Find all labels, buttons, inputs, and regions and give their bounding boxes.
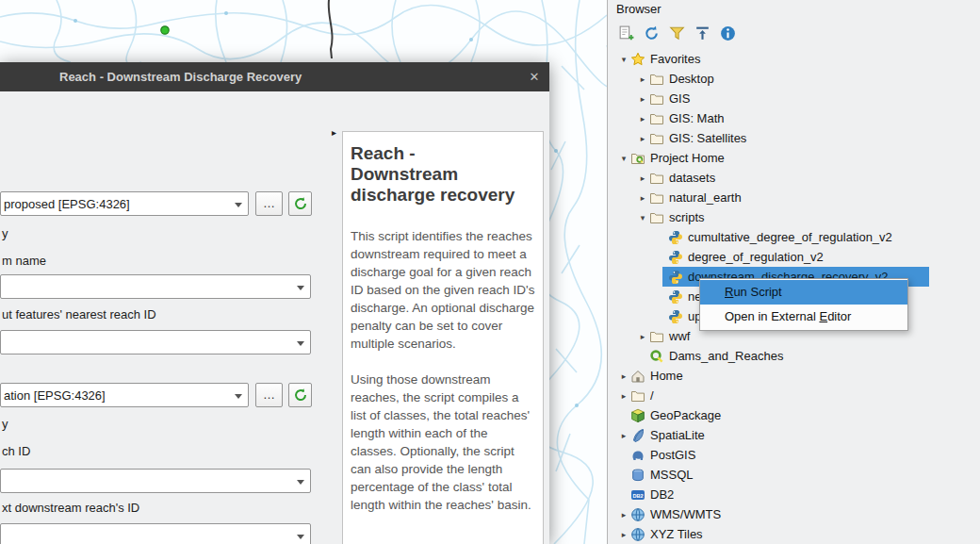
close-icon[interactable]: ✕ [527, 70, 542, 84]
tree-item-label: cumultative_degree_of_regulation_v2 [688, 230, 898, 244]
expander-closed-icon[interactable]: ▸ [636, 332, 649, 341]
tree-item-spatialite[interactable]: ▸SpatiaLite [608, 425, 980, 445]
folder-icon [649, 210, 664, 225]
processing-dialog: Reach - Downstream Discharge Recovery ✕ … [0, 62, 549, 544]
reach-id-combobox[interactable] [0, 469, 311, 493]
expander-closed-icon[interactable]: ▸ [636, 114, 649, 124]
tree-item-body: Favorites [630, 49, 706, 69]
column-name-combobox[interactable] [0, 274, 311, 299]
tree-item-geopackage[interactable]: GeoPackage [608, 405, 980, 425]
tree-item-label: DB2 [650, 487, 679, 502]
expander-closed-icon[interactable]: ▸ [617, 371, 630, 381]
dialog-titlebar[interactable]: Reach - Downstream Discharge Recovery ✕ [0, 62, 549, 91]
tree-item-degree-of-regulation-v2[interactable]: degree_of_regulation_v2 [608, 247, 980, 267]
iterate-button-2[interactable] [288, 383, 312, 407]
field-label-fragment: y [2, 226, 8, 240]
expander-closed-icon[interactable]: ▸ [617, 510, 630, 519]
tree-item-xyz-tiles[interactable]: ▸XYZ Tiles [608, 524, 980, 544]
filter-browser-icon[interactable] [668, 25, 686, 42]
globe-icon [630, 507, 645, 522]
tree-item-gis-math[interactable]: ▸GIS: Math [608, 108, 980, 128]
tree-item-postgis[interactable]: PostGIS [608, 445, 980, 465]
home-icon [630, 369, 645, 384]
tree-item-mssql[interactable]: MSSQL [608, 465, 980, 485]
panel-collapse-arrow[interactable]: ▸ [332, 127, 336, 138]
nearest-reach-label: ut features' nearest reach ID [2, 307, 156, 321]
tree-item-cumultative-degree-of-regulation-v2[interactable]: cumultative_degree_of_regulation_v2 [608, 227, 980, 247]
tree-item-datasets[interactable]: ▸datasets [608, 168, 980, 188]
tree-item-label: degree_of_regulation_v2 [688, 250, 829, 264]
tree-item-body: cumultative_degree_of_regulation_v2 [668, 227, 898, 247]
folder-icon [649, 111, 664, 126]
expander-open-icon[interactable]: ▾ [617, 55, 630, 64]
expander-closed-icon[interactable]: ▸ [617, 530, 630, 539]
iterate-icon [293, 196, 308, 211]
expander-closed-icon[interactable]: ▸ [636, 94, 649, 104]
iterate-button[interactable] [288, 191, 312, 216]
menu-item-run-script[interactable]: Run Script [700, 280, 907, 305]
station-layer-combobox[interactable]: ation [EPSG:4326] [0, 383, 249, 407]
collapse-all-icon[interactable] [694, 25, 711, 42]
expander-closed-icon[interactable]: ▸ [636, 173, 649, 183]
map-node-marker [161, 26, 169, 34]
tree-item-body: DB2DB2 [630, 485, 679, 504]
python-icon [668, 309, 683, 324]
chevron-down-icon [235, 203, 242, 207]
chevron-down-icon [297, 341, 304, 346]
help-panel: Reach - Downstream discharge recovery Th… [342, 131, 544, 544]
nearest-reach-combobox[interactable] [0, 330, 311, 354]
expander-closed-icon[interactable]: ▸ [617, 391, 630, 401]
tree-item-label: GIS [669, 91, 695, 106]
tree-item-body: Home [630, 366, 689, 386]
tree-item-natural-earth[interactable]: ▸natural_earth [608, 188, 980, 207]
tree-item-body: WMS/WMTS [630, 504, 727, 524]
tree-item-label: / [650, 388, 660, 403]
next-downstream-combobox[interactable] [0, 523, 311, 544]
tree-item-label: Dams_and_Reaches [669, 349, 789, 363]
help-paragraph: This script identifies the reaches downs… [351, 227, 535, 353]
tree-item-body: PostGIS [630, 445, 701, 465]
menu-item-open-in-external-editor[interactable]: Open in External Editor [700, 305, 907, 329]
tree-item-label: MSSQL [650, 468, 699, 482]
expander-closed-icon[interactable]: ▸ [636, 74, 649, 84]
iterate-icon [293, 387, 308, 403]
browse-button[interactable]: … [255, 191, 283, 216]
input-layer-value: proposed [EPSG:4326] [4, 197, 231, 211]
tree-item-label: datasets [669, 171, 721, 185]
tree-item-root[interactable]: ▸/ [608, 386, 980, 405]
expander-closed-icon[interactable]: ▸ [617, 431, 630, 440]
refresh-icon[interactable] [643, 25, 661, 42]
tree-item-dams-and-reaches[interactable]: Dams_and_Reaches [608, 346, 980, 366]
tree-item-wms-wmts[interactable]: ▸WMS/WMTS [608, 504, 980, 524]
expander-closed-icon[interactable]: ▸ [636, 134, 649, 143]
tree-item-label: wwf [669, 329, 695, 343]
tree-item-db2[interactable]: DB2DB2 [608, 485, 980, 504]
add-selected-layers-icon[interactable] [617, 25, 635, 42]
input-layer-combobox[interactable]: proposed [EPSG:4326] [0, 191, 249, 216]
tree-item-body: GIS: Math [649, 108, 730, 128]
tree-item-home[interactable]: ▸Home [608, 366, 980, 386]
browse-button-2[interactable]: … [255, 383, 283, 407]
next-downstream-label: xt downstream reach's ID [2, 501, 139, 515]
tree-item-scripts[interactable]: ▾scripts [608, 207, 980, 227]
tree-item-desktop[interactable]: ▸Desktop [608, 69, 980, 89]
expander-open-icon[interactable]: ▾ [636, 213, 649, 223]
tree-item-body: datasets [649, 168, 721, 188]
properties-icon[interactable] [719, 25, 737, 42]
help-title: Reach - Downstream discharge recovery [351, 143, 515, 206]
tree-item-project-home[interactable]: ▾Project Home [608, 148, 980, 168]
tree-item-gis-satellites[interactable]: ▸GIS: Satellites [608, 128, 980, 148]
expander-open-icon[interactable]: ▾ [617, 154, 630, 163]
column-name-label: m name [2, 254, 46, 268]
svg-text:DB2: DB2 [632, 492, 643, 498]
dialog-body: proposed [EPSG:4326] … y m name ut featu… [0, 91, 549, 544]
chevron-down-icon [297, 480, 304, 485]
tree-item-body: natural_earth [649, 188, 747, 207]
browser-toolbar [617, 25, 737, 42]
tree-item-body: Desktop [649, 69, 720, 89]
tree-item-body: MSSQL [630, 465, 699, 485]
expander-closed-icon[interactable]: ▸ [636, 193, 649, 203]
tree-item-favorites[interactable]: ▾Favorites [608, 49, 980, 69]
tree-item-gis[interactable]: ▸GIS [608, 89, 980, 108]
mssql-icon [630, 468, 645, 483]
